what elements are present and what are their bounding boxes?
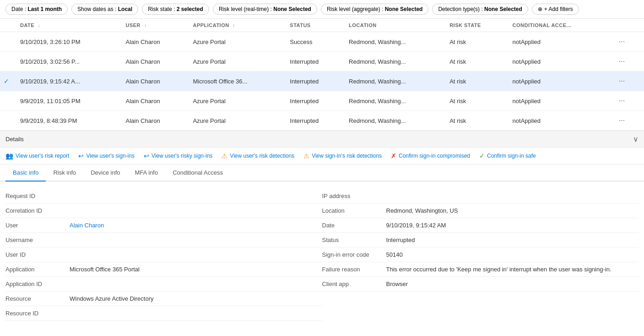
detail-row: Resource Windows Azure Active Directory [5,292,322,306]
action-link-label: View user's sign-ins [86,153,134,159]
action-link-view-sign-ins[interactable]: ↩View user's sign-ins [78,152,134,160]
details-bar[interactable]: Details ∨ [0,131,644,148]
action-link-confirm-compromised[interactable]: ✗Confirm sign-in compromised [391,152,470,160]
table-row[interactable]: ✓ 9/10/2019, 9:15:42 A... Alain Charon M… [0,72,644,91]
tab-basic-info[interactable]: Basic info [5,165,46,182]
risk-level-aggregate-filter[interactable]: Risk level (aggregate) : None Selected [321,4,428,15]
cell-status: Interrupted [284,52,343,72]
detail-value: Browser [386,281,639,287]
row-checkbox[interactable] [0,32,15,52]
row-checkbox[interactable] [0,91,15,111]
row-checkbox[interactable] [0,52,15,72]
detail-label: Status [322,237,386,243]
tab-device-info[interactable]: Device info [83,165,127,182]
action-link-view-risky-sign-ins[interactable]: ↩View user's risky sign-ins [144,152,212,160]
add-filters-button[interactable]: ⊕ + Add filters [532,4,579,15]
details-right-column: IP address Location Redmond, Washington,… [322,189,639,321]
cell-date: 9/10/2019, 3:02:56 P... [15,52,120,72]
cell-status: Interrupted [284,72,343,91]
action-link-label: View sign-in's risk detections [312,153,382,159]
chevron-down-icon: ∨ [633,135,639,143]
detail-row: Username [5,233,322,248]
cell-location: Redmond, Washing... [343,91,444,111]
cell-user: Alain Charon [120,52,188,72]
detail-label: Request ID [5,193,70,199]
cell-user: Alain Charon [120,91,188,111]
tab-mfa-info[interactable]: MFA info [128,165,166,182]
row-ellipsis-button[interactable]: ··· [616,96,628,106]
tab-risk-info[interactable]: Risk info [46,165,83,182]
view-risky-sign-ins-icon: ↩ [144,152,149,160]
table-row[interactable]: 9/9/2019, 8:48:39 PM Alain Charon Azure … [0,111,644,131]
detail-row: Application Microsoft Office 365 Portal [5,262,322,277]
cell-actions: ··· [611,32,644,52]
detail-label: User ID [5,251,70,258]
detail-label: Sign-in error code [322,251,386,258]
header-date[interactable]: DATE ↓ [15,19,120,32]
header-conditional-access: CONDITIONAL ACCE... [507,19,611,32]
row-checkbox[interactable]: ✓ [0,72,15,91]
header-checkbox [0,19,15,32]
view-sign-ins-icon: ↩ [78,152,84,160]
detail-label: IP address [322,193,386,199]
cell-user: Alain Charon [120,72,188,91]
cell-actions: ··· [611,72,644,91]
detail-value: 50140 [386,251,639,258]
detail-row: Request ID [5,189,322,204]
detail-value: This error occurred due to 'Keep me sign… [386,266,639,273]
detail-label: Correlation ID [5,207,70,214]
cell-application: Azure Portal [187,111,284,131]
detail-value[interactable]: Alain Charon [70,222,322,229]
detail-value: Microsoft Office 365 Portal [70,266,322,273]
show-dates-filter[interactable]: Show dates as : Local [71,4,138,15]
row-ellipsis-button[interactable]: ··· [616,56,628,66]
header-user[interactable]: USER ↕ [120,19,188,32]
action-links-bar: 👥View user's risk report↩View user's sig… [0,148,644,165]
cell-risk-state: At risk [444,72,507,91]
cell-application: Azure Portal [187,91,284,111]
cell-date: 9/10/2019, 3:26:10 PM [15,32,120,52]
detail-label: Username [5,237,70,243]
action-link-label: View user's risky sign-ins [152,153,212,159]
cell-conditional-access: notApplied [507,52,611,72]
table-row[interactable]: 9/9/2019, 11:01:05 PM Alain Charon Azure… [0,91,644,111]
cell-location: Redmond, Washing... [343,111,444,131]
action-link-label: Confirm sign-in safe [487,153,536,159]
row-checkbox[interactable] [0,111,15,131]
cell-risk-state: At risk [444,111,507,131]
cell-location: Redmond, Washing... [343,52,444,72]
action-link-view-risk-detections[interactable]: ⚠View user's risk detections [222,152,294,160]
detection-types-filter[interactable]: Detection type(s) : None Selected [432,4,528,15]
header-actions [611,19,644,32]
detail-label: Application [5,266,70,273]
detail-row: Failure reason This error occurred due t… [322,262,639,277]
table-row[interactable]: 9/10/2019, 3:02:56 P... Alain Charon Azu… [0,52,644,72]
detail-value: 9/10/2019, 9:15:42 AM [386,222,639,229]
detail-row: Status Interrupted [322,233,639,248]
action-link-confirm-safe[interactable]: ✓Confirm sign-in safe [479,152,536,160]
cell-application: Azure Portal [187,52,284,72]
cell-application: Azure Portal [187,32,284,52]
risk-level-realtime-filter[interactable]: Risk level (real-time) : None Selected [213,4,317,15]
action-link-view-sign-in-risk-detections[interactable]: ⚠View sign-in's risk detections [303,152,382,160]
tab-conditional-access[interactable]: Conditional Access [165,165,230,182]
header-application[interactable]: APPLICATION ↕ [187,19,284,32]
checkmark-icon: ✓ [4,77,9,85]
detail-row: Sign-in error code 50140 [322,248,639,262]
cell-date: 9/9/2019, 11:01:05 PM [15,91,120,111]
cell-location: Redmond, Washing... [343,32,444,52]
table-row[interactable]: 9/10/2019, 3:26:10 PM Alain Charon Azure… [0,32,644,52]
action-link-label: View user's risk report [16,153,69,159]
action-link-view-risk-report[interactable]: 👥View user's risk report [5,152,69,160]
row-ellipsis-button[interactable]: ··· [616,76,628,86]
details-bar-label: Details [5,136,24,143]
date-filter[interactable]: Date : Last 1 month [5,4,68,15]
detail-label: User [5,222,70,229]
row-ellipsis-button[interactable]: ··· [616,37,628,47]
risk-state-filter[interactable]: Risk state : 2 selected [142,4,209,15]
detail-row: IP address [322,189,639,204]
row-ellipsis-button[interactable]: ··· [616,116,628,126]
cell-conditional-access: notApplied [507,32,611,52]
cell-status: Interrupted [284,111,343,131]
detail-row: User Alain Charon [5,218,322,233]
